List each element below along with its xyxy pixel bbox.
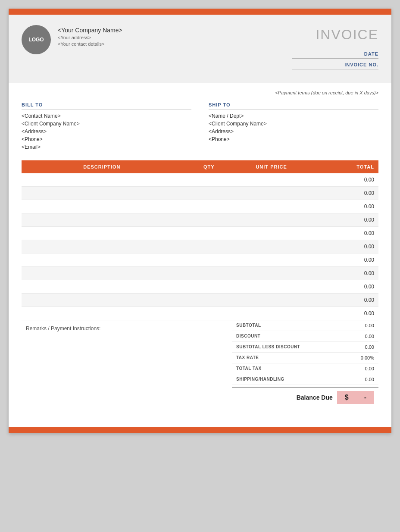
discount-label: DISCOUNT <box>236 334 260 339</box>
bill-to-contact-name: <Contact Name> <box>22 113 191 119</box>
cell-total: 0.00 <box>307 294 378 307</box>
bill-to-phone: <Phone> <box>22 136 191 142</box>
cell-qty <box>182 253 236 267</box>
ship-to-phone: <Phone> <box>209 136 378 142</box>
cell-total: 0.00 <box>307 280 378 294</box>
cell-description <box>22 173 182 187</box>
shipping-handling-label: SHIPPING/HANDLING <box>236 377 284 382</box>
subtotal-less-discount-row: SUBTOTAL LESS DISCOUNT 0.00 <box>232 342 378 353</box>
table-row: 0.00 <box>22 267 378 280</box>
ship-to-label: SHIP TO <box>209 102 378 110</box>
cell-total: 0.00 <box>307 187 378 200</box>
invoice-right-section: INVOICE DATE INVOICE NO. <box>292 25 378 73</box>
cell-unitPrice <box>236 294 307 307</box>
total-tax-value: 0.00 <box>365 366 374 371</box>
table-row: 0.00 <box>22 240 378 253</box>
table-row: 0.00 <box>22 187 378 200</box>
cell-qty <box>182 240 236 253</box>
cell-unitPrice <box>236 240 307 253</box>
subtotal-row: SUBTOTAL 0.00 <box>232 320 378 331</box>
cell-unitPrice <box>236 213 307 227</box>
cell-description <box>22 213 182 227</box>
balance-due-label: Balance Due <box>297 394 333 401</box>
cell-total: 0.00 <box>307 240 378 253</box>
cell-description <box>22 267 182 280</box>
cell-total: 0.00 <box>307 213 378 227</box>
table-row: 0.00 <box>22 200 378 213</box>
bill-to-label: BILL TO <box>22 102 191 110</box>
remarks-area: Remarks / Payment Instructions: <box>22 320 232 336</box>
table-row: 0.00 <box>22 294 378 307</box>
company-name: <Your Company Name> <box>58 27 122 34</box>
cell-description <box>22 307 182 320</box>
subtotal-value: 0.00 <box>365 323 374 328</box>
table-row: 0.00 <box>22 227 378 240</box>
cell-qty <box>182 200 236 213</box>
ship-to-name-dept: <Name / Dept> <box>209 113 378 119</box>
ship-to-address: <Address> <box>209 128 378 135</box>
body-section: <Payment terms (due on receipt, due in X… <box>9 83 391 414</box>
cell-unitPrice <box>236 173 307 187</box>
cell-qty <box>182 227 236 240</box>
subtotal-less-discount-value: 0.00 <box>365 344 374 350</box>
cell-qty <box>182 294 236 307</box>
invoice-table: DESCRIPTION QTY UNIT PRICE TOTAL 0.000.0… <box>22 160 378 320</box>
date-label: DATE <box>292 51 378 56</box>
payment-terms: <Payment terms (due on receipt, due in X… <box>22 90 378 95</box>
tax-rate-value: 0.00% <box>361 355 374 360</box>
cell-description <box>22 253 182 267</box>
cell-description <box>22 294 182 307</box>
totals-section: Remarks / Payment Instructions: SUBTOTAL… <box>22 320 378 407</box>
cell-qty <box>182 213 236 227</box>
company-logo-area: LOGO <Your Company Name> <Your address> … <box>22 25 122 54</box>
cell-total: 0.00 <box>307 200 378 213</box>
cell-total: 0.00 <box>307 267 378 280</box>
subtotal-less-discount-label: SUBTOTAL LESS DISCOUNT <box>236 344 300 350</box>
logo-circle: LOGO <box>22 25 51 54</box>
col-unit-price: UNIT PRICE <box>236 160 307 173</box>
invoice-page: LOGO <Your Company Name> <Your address> … <box>9 9 391 433</box>
cell-total: 0.00 <box>307 173 378 187</box>
cell-description <box>22 200 182 213</box>
col-total: TOTAL <box>307 160 378 173</box>
cell-total: 0.00 <box>307 253 378 267</box>
cell-description <box>22 280 182 294</box>
col-qty: QTY <box>182 160 236 173</box>
company-address: <Your address> <box>58 35 122 40</box>
total-tax-label: TOTAL TAX <box>236 366 262 371</box>
ship-to-block: SHIP TO <Name / Dept> <Client Company Na… <box>209 102 378 152</box>
balance-due-row: Balance Due $ - <box>232 387 378 407</box>
table-row: 0.00 <box>22 253 378 267</box>
discount-value: 0.00 <box>365 334 374 339</box>
date-line <box>292 58 378 59</box>
table-row: 0.00 <box>22 280 378 294</box>
bill-to-email: <Email> <box>22 144 191 150</box>
shipping-handling-row: SHIPPING/HANDLING 0.00 <box>232 374 378 385</box>
cell-unitPrice <box>236 253 307 267</box>
cell-qty <box>182 187 236 200</box>
subtotal-label: SUBTOTAL <box>236 323 261 328</box>
bill-to-client-company: <Client Company Name> <box>22 121 191 127</box>
cell-total: 0.00 <box>307 307 378 320</box>
bill-to-block: BILL TO <Contact Name> <Client Company N… <box>22 102 191 152</box>
date-field: DATE <box>292 51 378 59</box>
top-accent-bar <box>9 9 391 15</box>
invoice-title: INVOICE <box>292 27 378 43</box>
address-section: BILL TO <Contact Name> <Client Company N… <box>22 102 378 152</box>
cell-unitPrice <box>236 227 307 240</box>
company-info: <Your Company Name> <Your address> <Your… <box>58 25 122 47</box>
invoice-no-label: INVOICE NO. <box>292 62 378 67</box>
tax-rate-label: TAX RATE <box>236 355 259 360</box>
cell-description <box>22 187 182 200</box>
cell-qty <box>182 307 236 320</box>
cell-unitPrice <box>236 267 307 280</box>
cell-unitPrice <box>236 187 307 200</box>
cell-qty <box>182 267 236 280</box>
cell-total: 0.00 <box>307 227 378 240</box>
totals-table: SUBTOTAL 0.00 DISCOUNT 0.00 SUBTOTAL LES… <box>232 320 378 407</box>
balance-due-amount: - <box>356 391 374 404</box>
shipping-handling-value: 0.00 <box>365 377 374 382</box>
balance-due-currency: $ <box>337 391 356 404</box>
cell-unitPrice <box>236 307 307 320</box>
invoice-header: LOGO <Your Company Name> <Your address> … <box>9 15 391 83</box>
